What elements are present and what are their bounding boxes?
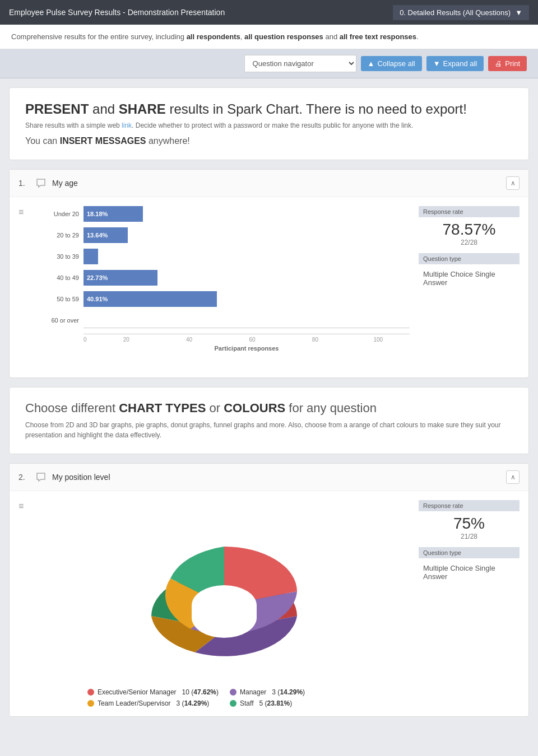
q2-response-rate-box: Response rate 75% 21/28 <box>419 500 520 540</box>
view-dropdown[interactable]: 0. Detailed Results (All Questions) ▼ <box>393 5 529 20</box>
q1-stats-panel: Response rate 78.57% 22/28 Question type… <box>419 206 520 368</box>
q1-response-rate-sub: 22/28 <box>419 239 520 246</box>
bar-row: 30 to 39 <box>39 249 410 264</box>
question-2-card: 2. My position level ∧ ≡ <box>9 463 529 717</box>
bar-row: 50 to 59 40.91% <box>39 291 410 307</box>
bar-row: 20 to 29 13.64% <box>39 227 410 243</box>
q1-x-axis-title: Participant responses <box>84 345 410 352</box>
collapse-label: Collapse all <box>377 59 415 68</box>
q1-question-type-value: Multiple Choice Single Answer <box>419 268 520 289</box>
insert-message: You can INSERT MESSAGES anywhere! <box>25 136 513 146</box>
q2-number: 2. <box>18 473 30 482</box>
intro-present: PRESENT <box>25 101 89 116</box>
legend-item: Team Leader/Supervisor 3 (14.29%) <box>87 699 219 707</box>
svg-rect-3 <box>192 605 257 618</box>
intro-card: PRESENT and SHARE results in Spark Chart… <box>9 87 529 160</box>
app-title: Employee Pulse Survey Results - Demonstr… <box>9 8 225 17</box>
expand-label: Expand all <box>443 59 477 68</box>
q1-question-type-box: Question type Multiple Choice Single Ans… <box>419 253 520 289</box>
q2-response-rate-label: Response rate <box>419 500 520 511</box>
q2-donut-container: Executive/Senior Manager 10 (47.62%) Man… <box>39 500 410 707</box>
q1-response-rate-value: 78.57% <box>419 221 520 239</box>
q2-legend: Executive/Senior Manager 10 (47.62%) Man… <box>87 688 361 707</box>
legend-item: Manager 3 (14.29%) <box>230 688 361 696</box>
dropdown-arrow-icon: ▼ <box>515 8 522 17</box>
question-navigator[interactable]: Question navigator <box>244 55 356 72</box>
q2-question-type-label: Question type <box>419 547 520 558</box>
question-1-card: 1. My age ∧ ≡ Under <box>9 169 529 378</box>
question-2-header: 2. My position level ∧ <box>10 464 528 491</box>
promo-card: Choose different CHART TYPES or COLOURS … <box>9 387 529 454</box>
q2-response-rate-value: 75% <box>419 515 520 533</box>
q1-collapse-button[interactable]: ∧ <box>506 176 520 190</box>
intro-heading: PRESENT and SHARE results in Spark Chart… <box>25 101 513 117</box>
print-button[interactable]: 🖨 Print <box>488 56 527 71</box>
x-axis: 0 20 40 60 80 100 <box>84 334 410 343</box>
expand-icon: ▼ <box>433 59 440 68</box>
legend-label-teamleader: Team Leader/Supervisor 3 (14.29%) <box>98 699 209 707</box>
q1-title: My age <box>52 179 506 188</box>
question-1-body: ≡ Under 20 18.18% <box>10 197 528 377</box>
question-1-header: 1. My age ∧ <box>10 170 528 197</box>
print-label: Print <box>505 59 520 68</box>
q2-donut-chart <box>134 506 314 674</box>
promo-heading: Choose different CHART TYPES or COLOURS … <box>25 401 513 416</box>
intro-subtitle: Share results with a simple web link. De… <box>25 122 513 129</box>
bar-row: 40 to 49 22.73% <box>39 270 410 286</box>
legend-item: Staff 5 (23.81%) <box>230 699 361 707</box>
q2-menu-icon[interactable]: ≡ <box>18 501 30 707</box>
legend-label-staff: Staff 5 (23.81%) <box>240 699 292 707</box>
q1-bar-chart: Under 20 18.18% 20 to 29 13.64% <box>39 206 410 368</box>
q2-chat-icon <box>35 472 47 483</box>
q2-question-type-box: Question type Multiple Choice Single Ans… <box>419 547 520 583</box>
legend-label-manager: Manager 3 (14.29%) <box>240 688 305 696</box>
intro-share: SHARE <box>119 101 166 116</box>
q2-title: My position level <box>52 473 506 482</box>
q2-question-type-value: Multiple Choice Single Answer <box>419 562 520 583</box>
q1-chart-area: Under 20 18.18% 20 to 29 13.64% <box>39 206 410 368</box>
bar-row: 60 or over <box>39 312 410 328</box>
q2-collapse-button[interactable]: ∧ <box>506 470 520 484</box>
legend-dot-red <box>87 689 94 696</box>
collapse-all-button[interactable]: ▲ Collapse all <box>361 56 422 71</box>
bar-row: Under 20 18.18% <box>39 206 410 222</box>
print-icon: 🖨 <box>495 59 502 68</box>
main-content: PRESENT and SHARE results in Spark Chart… <box>0 78 538 735</box>
collapse-icon: ▲ <box>368 59 375 68</box>
q2-stats-panel: Response rate 75% 21/28 Question type Mu… <box>419 500 520 707</box>
legend-label-executive: Executive/Senior Manager 10 (47.62%) <box>98 688 219 696</box>
link-text[interactable]: link <box>122 122 132 129</box>
description-bar: Comprehensive results for the entire sur… <box>0 25 538 49</box>
q1-chat-icon <box>35 178 47 189</box>
top-header: Employee Pulse Survey Results - Demonstr… <box>0 0 538 25</box>
legend-dot-green <box>230 700 236 707</box>
view-dropdown-label: 0. Detailed Results (All Questions) <box>400 8 511 17</box>
q1-menu-icon[interactable]: ≡ <box>18 207 30 368</box>
legend-dot-orange <box>87 700 94 707</box>
q2-response-rate-sub: 21/28 <box>419 533 520 540</box>
question-2-body: ≡ <box>10 491 528 716</box>
expand-all-button[interactable]: ▼ Expand all <box>426 56 484 71</box>
q1-number: 1. <box>18 179 30 188</box>
legend-item: Executive/Senior Manager 10 (47.62%) <box>87 688 219 696</box>
q1-response-rate-box: Response rate 78.57% 22/28 <box>419 206 520 246</box>
promo-body: Choose from 2D and 3D bar graphs, pie gr… <box>25 420 513 440</box>
q1-response-rate-label: Response rate <box>419 206 520 217</box>
legend-dot-purple <box>230 689 236 696</box>
q2-chart-area: Executive/Senior Manager 10 (47.62%) Man… <box>39 500 410 707</box>
toolbar: Question navigator ▲ Collapse all ▼ Expa… <box>0 49 538 78</box>
q1-question-type-label: Question type <box>419 253 520 264</box>
